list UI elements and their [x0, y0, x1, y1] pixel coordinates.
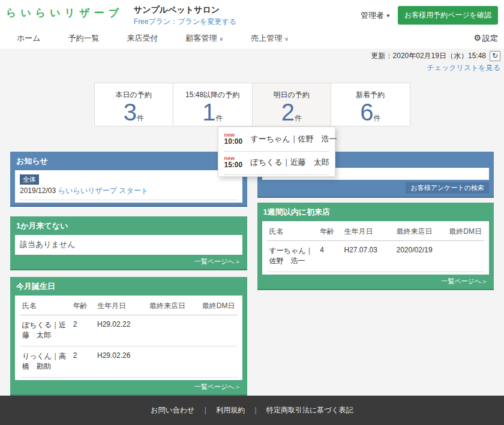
- panel-title: お知らせ: [16, 156, 242, 167]
- reservation-popover-item[interactable]: new 15:00 ぽちくる｜近藤 太郎: [224, 152, 329, 175]
- scope-badge: 全体: [20, 174, 39, 185]
- stat-card-tomorrow[interactable]: 明日の予約 2件: [252, 83, 332, 126]
- stat-card-today[interactable]: 本日の予約 3件: [94, 83, 174, 126]
- reservation-customer-name: ぽちくる｜近藤 太郎: [251, 157, 329, 168]
- cell-age: 2: [71, 315, 95, 346]
- survey-search-link[interactable]: お客様アンケートの検索: [406, 182, 489, 194]
- no-visit-panel: 1か月来てない 該当ありません 一覧ページへ＞: [10, 216, 247, 270]
- stat-cards-row: 本日の予約 3件 15:48以降の予約 1件 明日の予約 2件 新着予約 6件: [94, 83, 410, 126]
- list-page-link[interactable]: 一覧ページへ＞: [194, 258, 241, 265]
- reservation-popover-item[interactable]: new 10:00 すーちゃん｜佐野 浩一: [224, 128, 329, 152]
- stat-card-count: 2: [281, 100, 295, 124]
- table-row[interactable]: りっくん｜高橋 勘助 2 H29.02.26: [20, 346, 238, 378]
- shop-block: サンプルペットサロン Freeプラン：プランを変更する: [134, 5, 236, 27]
- reservation-time: 15:00: [224, 161, 247, 169]
- panel-footer: 一覧ページへ＞: [15, 380, 242, 392]
- reservation-time-block: new 15:00: [224, 156, 247, 169]
- refresh-button[interactable]: ↻: [490, 51, 500, 61]
- panel-title: 今月誕生日: [16, 281, 242, 292]
- cell-birth: H29.02.26: [95, 346, 147, 378]
- settings-button[interactable]: ⚙設定: [473, 33, 498, 44]
- shop-name: サンプルペットサロン: [134, 5, 236, 16]
- footer-link-law[interactable]: 特定商取引法に基づく表記: [266, 405, 353, 415]
- cell-last-visit: 2020/02/19: [394, 241, 447, 272]
- nav-item-home[interactable]: ホーム: [17, 33, 41, 44]
- col-header-name: 氏名: [20, 299, 71, 315]
- cell-last-dm: [446, 241, 484, 272]
- footer-separator: ｜: [202, 405, 209, 415]
- cell-age: 4: [317, 241, 341, 272]
- reservation-customer-name: すーちゃん｜佐野 浩一: [251, 134, 337, 144]
- nav-item-customers-label: 顧客管理: [186, 34, 217, 43]
- panel-footer: 一覧ページへ＞: [262, 275, 490, 287]
- dashboard-panels: お知らせ 全体 2019/12/03らいらいリザーブ スタート 1か月来てない …: [0, 152, 504, 396]
- stat-card-new[interactable]: 新着予約 6件: [331, 83, 410, 126]
- first-visit-table: 氏名 年齢 生年月日 最終来店日 最終DM日 すーちゃん｜佐野 浩一 4: [267, 224, 485, 272]
- col-header-last-dm: 最終DM日: [446, 224, 484, 241]
- col-header-name: 氏名: [267, 224, 318, 241]
- nav-item-customers[interactable]: 顧客管理∨: [186, 33, 224, 44]
- stat-card-unit: 件: [295, 114, 302, 122]
- cell-name: りっくん｜高橋 勘助: [20, 346, 71, 378]
- announcement-item: 全体 2019/12/03らいらいリザーブ スタート: [20, 173, 238, 200]
- panel-title: 1か月来てない: [16, 221, 242, 231]
- chevron-down-icon: ∨: [284, 36, 289, 42]
- stat-card-unit: 件: [215, 114, 223, 122]
- nav-item-sales[interactable]: 売上管理∨: [251, 33, 289, 44]
- announcement-link[interactable]: らいらいリザーブ スタート: [58, 186, 148, 195]
- footer-link-contact[interactable]: お問い合わせ: [151, 405, 194, 415]
- cell-last-visit: [147, 346, 200, 378]
- empty-text: 該当ありません: [20, 238, 238, 252]
- cell-birth: H27.07.03: [342, 241, 394, 272]
- list-page-link[interactable]: 一覧ページへ＞: [441, 278, 488, 285]
- table-header-row: 氏名 年齢 生年月日 最終来店日 最終DM日: [267, 224, 485, 241]
- stat-card-unit: 件: [373, 114, 380, 122]
- checklist-link[interactable]: チェックリストを見る: [0, 63, 504, 73]
- app-header: らいらいリザーブ サンプルペットサロン Freeプラン：プランを変更する 管理者…: [0, 0, 504, 29]
- stat-card-unit: 件: [137, 114, 144, 122]
- birthday-table: 氏名 年齢 生年月日 最終来店日 最終DM日 ぽちくる｜近藤 太郎 2: [20, 299, 238, 378]
- app-logo[interactable]: らいらいリザーブ: [6, 6, 123, 20]
- plan-change-link[interactable]: Freeプラン：プランを変更する: [134, 17, 236, 27]
- left-column: お知らせ 全体 2019/12/03らいらいリザーブ スタート 1か月来てない …: [10, 152, 247, 396]
- cell-last-dm: [200, 346, 238, 378]
- page-footer: お問い合わせ ｜ 利用規約 ｜ 特定商取引法に基づく表記: [0, 396, 504, 425]
- footer-link-terms[interactable]: 利用規約: [216, 405, 245, 415]
- table-row[interactable]: すーちゃん｜佐野 浩一 4 H27.07.03 2020/02/19: [267, 241, 485, 272]
- customer-reserve-page-button[interactable]: お客様用予約ページを確認: [398, 6, 498, 25]
- col-header-birth: 生年月日: [342, 224, 394, 241]
- table-row[interactable]: ぽちくる｜近藤 太郎 2 H29.02.22: [20, 315, 238, 346]
- reservation-time-block: new 10:00: [224, 132, 247, 146]
- col-header-birth: 生年月日: [95, 299, 147, 315]
- col-header-last-visit: 最終来店日: [394, 224, 447, 241]
- announcements-panel: お知らせ 全体 2019/12/03らいらいリザーブ スタート: [10, 152, 247, 207]
- admin-menu[interactable]: 管理者▼: [361, 10, 391, 21]
- cell-name: ぽちくる｜近藤 太郎: [20, 315, 71, 346]
- stat-card-count: 3: [124, 100, 137, 124]
- nav-item-checkin[interactable]: 来店受付: [127, 33, 158, 44]
- cell-last-dm: [200, 315, 238, 346]
- cell-age: 2: [71, 346, 95, 378]
- announcement-date: 2019/12/03: [20, 186, 56, 195]
- announcement-line: 2019/12/03らいらいリザーブ スタート: [20, 186, 238, 196]
- stat-card-count: 1: [202, 100, 215, 124]
- chevron-down-icon: ∨: [220, 36, 224, 42]
- col-header-last-dm: 最終DM日: [200, 299, 238, 315]
- settings-label: 設定: [482, 34, 498, 43]
- footer-separator: ｜: [252, 405, 259, 415]
- stat-card-after-now[interactable]: 15:48以降の予約 1件: [173, 83, 253, 126]
- nav-item-reservations[interactable]: 予約一覧: [68, 33, 100, 44]
- birthday-body: 氏名 年齢 生年月日 最終来店日 最終DM日 ぽちくる｜近藤 太郎 2: [15, 296, 242, 380]
- main-content: 更新：2020年02月19日（水）15:48 ↻ チェックリストを見る 本日の予…: [0, 49, 504, 396]
- panel-footer: 一覧ページへ＞: [15, 255, 242, 267]
- list-page-link[interactable]: 一覧ページへ＞: [194, 383, 241, 390]
- updated-at-label: 更新：2020年02月19日（水）15:48: [371, 51, 486, 61]
- first-visit-panel: 1週間以内に初来店 氏名 年齢 生年月日 最終来店日 最終DM日: [257, 203, 494, 290]
- stat-cards-area: 本日の予約 3件 15:48以降の予約 1件 明日の予約 2件 新着予約 6件 …: [94, 83, 410, 126]
- col-header-age: 年齢: [71, 299, 95, 315]
- admin-menu-label: 管理者: [361, 11, 384, 20]
- first-visit-body: 氏名 年齢 生年月日 最終来店日 最終DM日 すーちゃん｜佐野 浩一 4: [262, 221, 490, 275]
- survey-footer: お客様アンケートの検索: [262, 182, 490, 194]
- caret-down-icon: ▼: [386, 13, 391, 19]
- reservation-time: 10:00: [224, 138, 247, 146]
